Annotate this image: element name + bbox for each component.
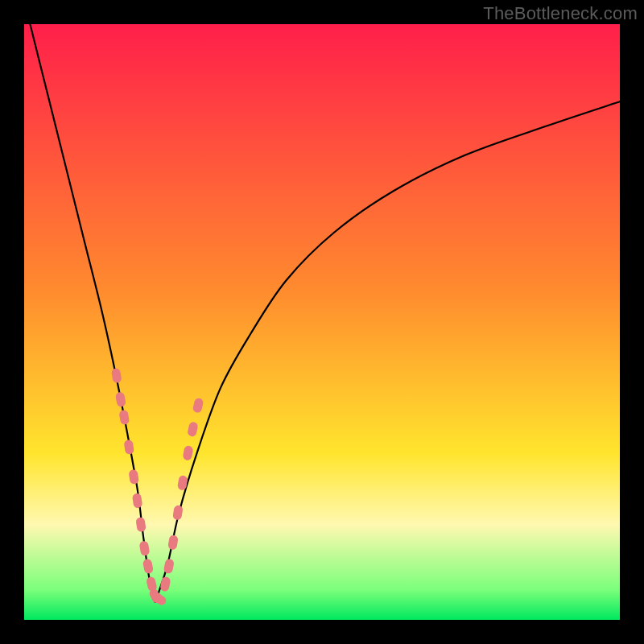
bead [139, 540, 151, 556]
bead [118, 410, 130, 426]
bead [123, 440, 134, 456]
watermark-text: TheBottleneck.com [483, 3, 638, 24]
bead [187, 421, 199, 437]
bead [135, 517, 147, 532]
left-branch-curve [30, 24, 155, 602]
bead [132, 493, 143, 508]
bead [172, 505, 184, 521]
beads-left [111, 368, 168, 607]
bead [115, 391, 126, 407]
beads-right [159, 398, 204, 592]
bead [142, 558, 154, 574]
bead [128, 469, 139, 485]
bead [159, 576, 171, 592]
bead [192, 398, 204, 414]
bead [111, 368, 122, 384]
right-branch-curve [155, 101, 620, 602]
curve-layer [24, 24, 620, 620]
bead [167, 535, 179, 551]
chart-frame: TheBottleneck.com [0, 0, 644, 644]
bead [182, 445, 193, 461]
plot-area [24, 24, 620, 620]
